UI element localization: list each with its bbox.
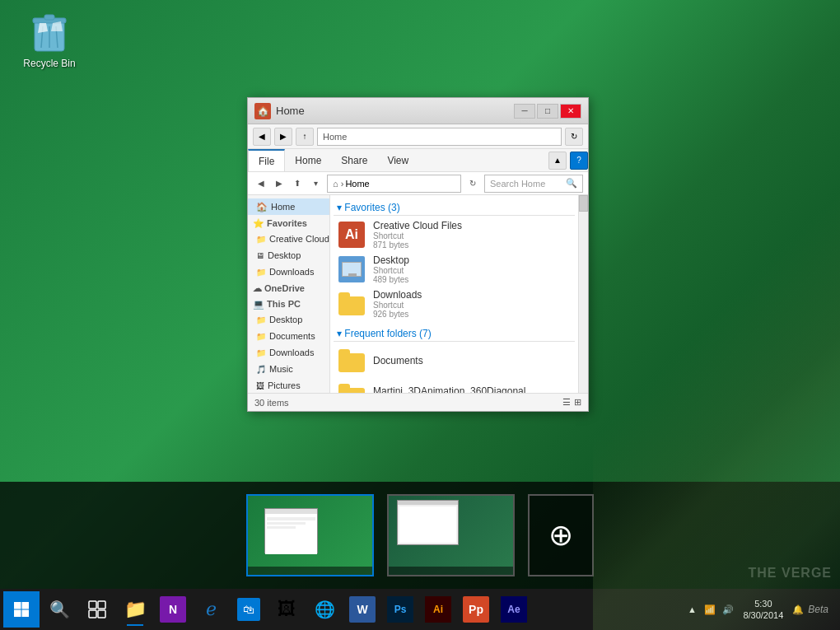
- svg-rect-5: [44, 15, 54, 20]
- explorer-content: ▾ Favorites (3) Ai Creative Cloud Files …: [330, 195, 578, 393]
- ribbon-tab-home[interactable]: Home: [285, 149, 331, 171]
- sidebar-favorites-header: ⭐ Favorites: [248, 215, 329, 231]
- svg-rect-15: [98, 610, 105, 618]
- sidebar-folder2-icon: 📁: [256, 315, 266, 324]
- list-item[interactable]: Documents: [334, 343, 575, 378]
- store-icon: 🛍: [237, 598, 260, 621]
- tray-date: 8/30/2014: [743, 609, 783, 621]
- taskbar-onenote-button[interactable]: N: [155, 591, 191, 628]
- addr-up-button[interactable]: ⬆: [289, 175, 306, 192]
- ribbon-tab-file[interactable]: File: [248, 149, 285, 171]
- addr-forward-button[interactable]: ▶: [271, 175, 287, 192]
- photos-icon: 🖼: [278, 599, 296, 620]
- ribbon-expand-button[interactable]: ▲: [548, 152, 567, 170]
- close-button[interactable]: ✕: [560, 104, 581, 119]
- add-desktop-icon: ⊕: [548, 520, 573, 550]
- taskbar-store-button[interactable]: 🛍: [231, 591, 267, 628]
- tray-time: 5:30: [743, 598, 783, 609]
- taskbar-explorer-button[interactable]: 📁: [117, 591, 153, 628]
- taskbar-word-button[interactable]: W: [344, 591, 380, 628]
- taskbar-ae-button[interactable]: Ae: [496, 591, 532, 628]
- svg-rect-14: [89, 610, 96, 618]
- file-explorer-window: 🏠 Home ─ □ ✕ ◀ ▶ ↑ Home ↻ File Home Shar…: [247, 97, 589, 412]
- address-bar: ◀ ▶ ⬆ ▾ ⌂ › Home ↻ Search Home 🔍: [248, 172, 588, 195]
- tray-chevron-button[interactable]: ▲: [684, 601, 700, 618]
- sidebar-home[interactable]: 🏠 Home: [248, 198, 329, 215]
- system-tray: ▲ 📶 🔊 5:30 8/30/2014 🔔 Beta: [684, 596, 837, 623]
- sidebar-music-icon: 🎵: [256, 365, 266, 374]
- ie-icon: ℯ: [206, 599, 217, 620]
- virtual-desktop-switcher: ⊕: [0, 482, 840, 589]
- tray-notification-button[interactable]: 🔔: [790, 601, 806, 618]
- sidebar-home-icon: 🏠: [256, 202, 268, 212]
- list-item[interactable]: Desktop Shortcut 489 bytes: [334, 252, 575, 287]
- tray-volume-icon[interactable]: 🔊: [720, 601, 736, 618]
- help-button[interactable]: ?: [570, 152, 588, 170]
- adobe-icon: Ai: [337, 220, 366, 250]
- taskbar-ie-button[interactable]: ℯ: [193, 591, 229, 628]
- forward-button[interactable]: ▶: [274, 128, 292, 146]
- address-path-field[interactable]: ⌂ › Home: [327, 175, 461, 193]
- sidebar-music[interactable]: 🎵 Music: [248, 361, 329, 377]
- sidebar-downloads2[interactable]: 📁 Downloads: [248, 344, 329, 361]
- svg-rect-11: [22, 610, 30, 618]
- list-item[interactable]: Downloads Shortcut 926 bytes: [334, 287, 575, 321]
- frequent-section-header[interactable]: ▾ Frequent folders (7): [334, 324, 575, 342]
- tray-network-icon: 📶: [702, 601, 718, 618]
- scrollbar[interactable]: [578, 195, 588, 393]
- taskbar-ai-button[interactable]: Ai: [420, 591, 456, 628]
- ribbon-tab-view[interactable]: View: [377, 149, 418, 171]
- virtual-desktop-1[interactable]: [246, 494, 374, 576]
- maximize-button[interactable]: □: [537, 104, 558, 119]
- view-toggle: ☰ ⊞: [562, 397, 581, 408]
- list-item[interactable]: Martini_3DAnimation_360Diagonal SpinLeft: [334, 378, 575, 393]
- documents-folder-icon: [337, 346, 366, 376]
- refresh-button[interactable]: ↻: [565, 128, 583, 146]
- sidebar-downloads2-icon: 📁: [256, 348, 266, 357]
- recycle-bin[interactable]: Recycle Bin: [16, 8, 82, 69]
- taskbar-photos-button[interactable]: 🖼: [268, 591, 305, 628]
- sidebar-desktop2[interactable]: 📁 Desktop: [248, 311, 329, 328]
- taskbar-search-button[interactable]: 🔍: [41, 591, 77, 628]
- sidebar-creative-cloud[interactable]: 📁 Creative Cloud: [248, 231, 329, 247]
- taskbar: 🔍 📁 N ℯ 🛍: [0, 589, 840, 630]
- back-button[interactable]: ◀: [253, 128, 271, 146]
- addr-back-button[interactable]: ◀: [253, 175, 269, 192]
- taskbar-app7-button[interactable]: 🌐: [306, 591, 343, 628]
- minimize-button[interactable]: ─: [514, 104, 535, 119]
- recycle-bin-icon: [30, 8, 69, 54]
- addr-recent-button[interactable]: ▾: [307, 175, 324, 192]
- explorer-sidebar: 🏠 Home ⭐ Favorites 📁 Creative Cloud 🖥 De…: [248, 195, 330, 393]
- aftereffects-icon: Ae: [501, 596, 527, 623]
- list-view-button[interactable]: ☰: [562, 397, 571, 408]
- taskbar-taskview-button[interactable]: [79, 591, 115, 628]
- virtual-desktop-2[interactable]: [387, 494, 515, 576]
- explorer-main: 🏠 Home ⭐ Favorites 📁 Creative Cloud 🖥 De…: [248, 195, 588, 393]
- list-item[interactable]: Ai Creative Cloud Files Shortcut 871 byt…: [334, 217, 575, 252]
- grid-view-button[interactable]: ⊞: [574, 397, 581, 408]
- search-box[interactable]: Search Home 🔍: [484, 175, 583, 193]
- add-desktop-button[interactable]: ⊕: [528, 494, 594, 576]
- tray-clock[interactable]: 5:30 8/30/2014: [738, 596, 788, 623]
- sidebar-pictures-icon: 🖼: [256, 381, 264, 390]
- home-icon: 🏠: [254, 103, 271, 119]
- beta-label: Beta: [808, 604, 833, 615]
- sidebar-pictures[interactable]: 🖼 Pictures: [248, 377, 329, 393]
- sidebar-desktop[interactable]: 🖥 Desktop: [248, 247, 329, 264]
- taskbar-ps-button[interactable]: Ps: [382, 591, 418, 628]
- favorites-section-header[interactable]: ▾ Favorites (3): [334, 198, 575, 216]
- ribbon: File Home Share View ▲ ?: [248, 149, 588, 172]
- photoshop-icon: Ps: [387, 596, 413, 623]
- taskbar-pp-button[interactable]: Pp: [458, 591, 494, 628]
- sidebar-downloads[interactable]: 📁 Downloads: [248, 264, 329, 280]
- sidebar-documents[interactable]: 📁 Documents: [248, 328, 329, 344]
- start-button[interactable]: [3, 591, 40, 628]
- svg-rect-12: [89, 601, 96, 609]
- toolbar-path: Home: [317, 128, 562, 146]
- address-nav: ◀ ▶ ⬆ ▾: [253, 175, 324, 192]
- ribbon-tab-share[interactable]: Share: [331, 149, 377, 171]
- refresh-addr-button[interactable]: ↻: [464, 175, 481, 192]
- desktop-icon: [337, 254, 366, 284]
- up-button[interactable]: ↑: [296, 128, 314, 146]
- search-icon: 🔍: [49, 600, 70, 619]
